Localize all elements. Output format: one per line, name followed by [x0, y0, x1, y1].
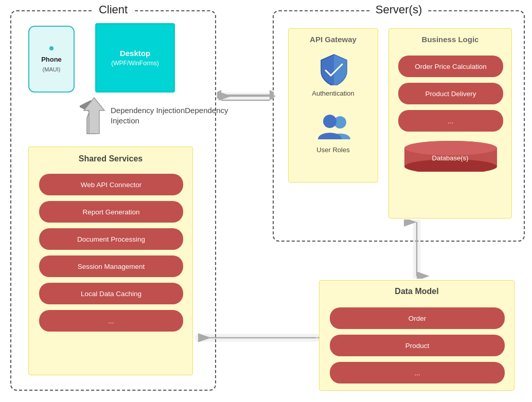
- business-logic-ellipsis-pill: ...: [398, 110, 503, 132]
- report-generation-pill: Report Generation: [39, 201, 183, 223]
- authentication-label: Authentication: [312, 89, 354, 97]
- web-api-connector-pill: Web API Connector: [39, 174, 183, 195]
- shared-services-ellipsis-pill: ...: [39, 310, 183, 332]
- diagram-container: Client Server(s) Phone (MAUI) Desktop (W…: [0, 0, 532, 402]
- product-delivery-pill: Product Delivery: [398, 83, 503, 104]
- data-model-box: Data Model Order Product ...: [319, 280, 515, 391]
- server-title: Server(s): [370, 3, 427, 16]
- client-title: Client: [94, 3, 133, 16]
- server-datamodel-arrow: [403, 220, 431, 279]
- business-logic-title: Business Logic: [422, 35, 479, 44]
- phone-box: Phone (MAUI): [28, 26, 75, 93]
- order-pill: Order: [330, 307, 505, 329]
- data-model-ellipsis-pill: ...: [330, 362, 505, 383]
- document-processing-pill: Document Processing: [39, 228, 183, 250]
- order-price-calculation-pill: Order Price Calculation: [398, 56, 503, 77]
- data-model-title: Data Model: [395, 287, 438, 296]
- svg-point-15: [404, 141, 497, 155]
- desktop-sublabel: (WPF/WinForms): [111, 60, 159, 67]
- phone-sublabel: (MAUI): [43, 66, 61, 72]
- shield-icon: [318, 52, 349, 85]
- shared-services-box: Shared Services Web API Connector Report…: [28, 147, 193, 375]
- phone-dot: [49, 46, 54, 50]
- dependency-injection-label: Dependency InjectionDependencyInjection: [111, 105, 228, 125]
- svg-point-11: [323, 115, 336, 128]
- api-gateway-title: API Gateway: [310, 35, 357, 44]
- api-gateway-box: API Gateway Authentication User Roles: [288, 28, 378, 182]
- user-roles-label: User Roles: [316, 146, 349, 154]
- database-label: Database(s): [432, 154, 469, 162]
- dep-arrow-icon: [81, 95, 107, 136]
- local-data-caching-pill: Local Data Caching: [39, 283, 183, 304]
- shared-services-title: Shared Services: [79, 154, 143, 163]
- product-pill: Product: [330, 335, 505, 356]
- client-server-bidir-arrow: [216, 82, 275, 111]
- svg-marker-3: [84, 98, 104, 134]
- phone-label: Phone: [41, 56, 62, 63]
- desktop-label: Desktop: [120, 49, 150, 58]
- session-management-pill: Session Management: [39, 255, 183, 277]
- desktop-box: Desktop (WPF/WinForms): [95, 23, 175, 93]
- user-roles-icon: [315, 111, 352, 142]
- business-logic-box: Business Logic Order Price Calculation P…: [388, 28, 512, 218]
- client-datamodel-arrow: [196, 324, 319, 352]
